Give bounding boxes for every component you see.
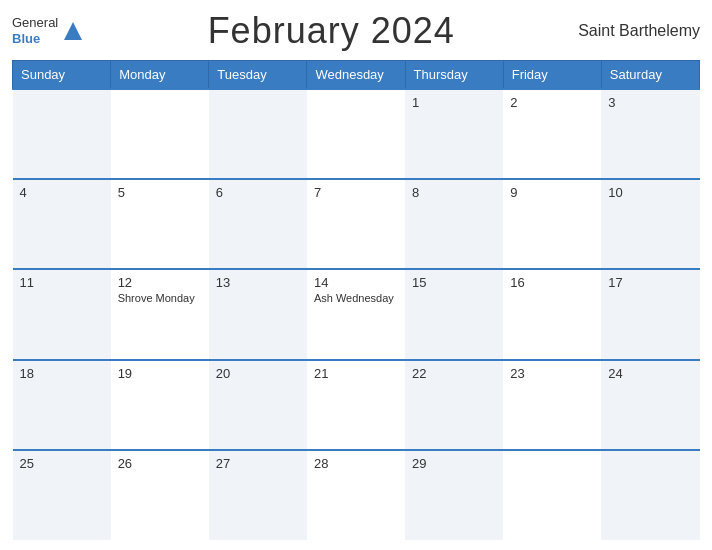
calendar-day-cell: 29 <box>405 450 503 540</box>
day-number: 14 <box>314 275 398 290</box>
calendar-week-row: 45678910 <box>13 179 700 269</box>
day-number: 20 <box>216 366 300 381</box>
calendar-day-cell: 13 <box>209 269 307 359</box>
logo-blue: Blue <box>12 31 58 47</box>
calendar-day-cell: 3 <box>601 89 699 179</box>
calendar-day-cell: 1 <box>405 89 503 179</box>
calendar-day-cell <box>111 89 209 179</box>
calendar-day-cell <box>307 89 405 179</box>
day-number: 28 <box>314 456 398 471</box>
calendar-header: General Blue February 2024 Saint Barthel… <box>12 10 700 52</box>
calendar-day-cell: 16 <box>503 269 601 359</box>
weekday-header: Thursday <box>405 61 503 90</box>
day-number: 12 <box>118 275 202 290</box>
calendar-day-cell: 14Ash Wednesday <box>307 269 405 359</box>
day-number: 8 <box>412 185 496 200</box>
day-number: 6 <box>216 185 300 200</box>
day-number: 27 <box>216 456 300 471</box>
calendar-day-cell: 8 <box>405 179 503 269</box>
day-number: 23 <box>510 366 594 381</box>
calendar-day-cell: 18 <box>13 360 111 450</box>
day-number: 22 <box>412 366 496 381</box>
calendar-day-cell <box>209 89 307 179</box>
day-number: 13 <box>216 275 300 290</box>
calendar-day-cell: 21 <box>307 360 405 450</box>
calendar-week-row: 123 <box>13 89 700 179</box>
day-number: 26 <box>118 456 202 471</box>
calendar-day-cell: 11 <box>13 269 111 359</box>
logo-flag-icon <box>62 20 84 42</box>
calendar-container: General Blue February 2024 Saint Barthel… <box>0 0 712 550</box>
day-number: 21 <box>314 366 398 381</box>
day-number: 19 <box>118 366 202 381</box>
weekday-header: Saturday <box>601 61 699 90</box>
calendar-day-cell: 28 <box>307 450 405 540</box>
calendar-day-cell: 5 <box>111 179 209 269</box>
day-number: 15 <box>412 275 496 290</box>
calendar-day-cell: 12Shrove Monday <box>111 269 209 359</box>
calendar-week-row: 2526272829 <box>13 450 700 540</box>
weekday-header: Wednesday <box>307 61 405 90</box>
logo: General Blue <box>12 15 84 46</box>
weekday-header: Sunday <box>13 61 111 90</box>
day-number: 18 <box>20 366 104 381</box>
calendar-day-cell: 25 <box>13 450 111 540</box>
event-label: Shrove Monday <box>118 292 202 304</box>
calendar-day-cell <box>601 450 699 540</box>
calendar-day-cell: 17 <box>601 269 699 359</box>
day-number: 16 <box>510 275 594 290</box>
day-number: 1 <box>412 95 496 110</box>
calendar-day-cell: 23 <box>503 360 601 450</box>
day-number: 29 <box>412 456 496 471</box>
day-number: 25 <box>20 456 104 471</box>
calendar-day-cell: 4 <box>13 179 111 269</box>
day-number: 24 <box>608 366 692 381</box>
logo-general: General <box>12 15 58 31</box>
day-number: 3 <box>608 95 692 110</box>
weekday-header: Tuesday <box>209 61 307 90</box>
logo-text: General Blue <box>12 15 58 46</box>
calendar-day-cell <box>503 450 601 540</box>
calendar-day-cell: 27 <box>209 450 307 540</box>
weekday-header-row: SundayMondayTuesdayWednesdayThursdayFrid… <box>13 61 700 90</box>
calendar-day-cell: 6 <box>209 179 307 269</box>
calendar-day-cell: 9 <box>503 179 601 269</box>
month-title: February 2024 <box>208 10 455 52</box>
calendar-day-cell: 15 <box>405 269 503 359</box>
calendar-table: SundayMondayTuesdayWednesdayThursdayFrid… <box>12 60 700 540</box>
day-number: 2 <box>510 95 594 110</box>
calendar-week-row: 1112Shrove Monday1314Ash Wednesday151617 <box>13 269 700 359</box>
calendar-week-row: 18192021222324 <box>13 360 700 450</box>
calendar-day-cell: 20 <box>209 360 307 450</box>
day-number: 17 <box>608 275 692 290</box>
weekday-header: Friday <box>503 61 601 90</box>
calendar-day-cell: 19 <box>111 360 209 450</box>
calendar-day-cell: 2 <box>503 89 601 179</box>
calendar-day-cell: 10 <box>601 179 699 269</box>
day-number: 9 <box>510 185 594 200</box>
calendar-day-cell: 22 <box>405 360 503 450</box>
day-number: 11 <box>20 275 104 290</box>
region-name: Saint Barthelemy <box>578 22 700 40</box>
day-number: 4 <box>20 185 104 200</box>
weekday-header: Monday <box>111 61 209 90</box>
calendar-day-cell: 26 <box>111 450 209 540</box>
day-number: 5 <box>118 185 202 200</box>
calendar-day-cell: 24 <box>601 360 699 450</box>
event-label: Ash Wednesday <box>314 292 398 304</box>
calendar-day-cell: 7 <box>307 179 405 269</box>
calendar-day-cell <box>13 89 111 179</box>
day-number: 10 <box>608 185 692 200</box>
day-number: 7 <box>314 185 398 200</box>
